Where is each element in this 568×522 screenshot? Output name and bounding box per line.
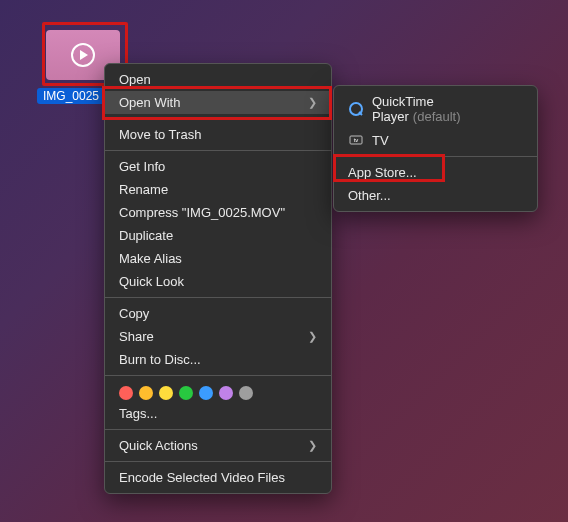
chevron-right-icon: ❯ — [308, 330, 317, 343]
divider — [105, 118, 331, 119]
menu-move-to-trash[interactable]: Move to Trash — [105, 123, 331, 146]
tag-purple[interactable] — [219, 386, 233, 400]
menu-duplicate-label: Duplicate — [119, 228, 173, 243]
menu-get-info[interactable]: Get Info — [105, 155, 331, 178]
divider — [334, 156, 537, 157]
submenu-tv-label: TV — [372, 133, 389, 148]
menu-alias-label: Make Alias — [119, 251, 182, 266]
menu-share[interactable]: Share ❯ — [105, 325, 331, 348]
submenu-app-store[interactable]: App Store... — [334, 161, 537, 184]
menu-encode-label: Encode Selected Video Files — [119, 470, 285, 485]
tag-color-row — [105, 380, 331, 402]
divider — [105, 150, 331, 151]
tag-gray[interactable] — [239, 386, 253, 400]
menu-tags[interactable]: Tags... — [105, 402, 331, 425]
chevron-right-icon: ❯ — [308, 96, 317, 109]
submenu-other[interactable]: Other... — [334, 184, 537, 207]
tag-yellow[interactable] — [159, 386, 173, 400]
menu-duplicate[interactable]: Duplicate — [105, 224, 331, 247]
menu-open[interactable]: Open — [105, 68, 331, 91]
menu-rename[interactable]: Rename — [105, 178, 331, 201]
menu-copy-label: Copy — [119, 306, 149, 321]
menu-open-with-label: Open With — [119, 95, 180, 110]
submenu-quicktime[interactable]: QuickTime Player(default) — [334, 90, 537, 128]
chevron-right-icon: ❯ — [308, 439, 317, 452]
svg-text:tv: tv — [354, 137, 359, 143]
tag-blue[interactable] — [199, 386, 213, 400]
menu-compress[interactable]: Compress "IMG_0025.MOV" — [105, 201, 331, 224]
menu-quick-look[interactable]: Quick Look — [105, 270, 331, 293]
menu-quickactions-label: Quick Actions — [119, 438, 198, 453]
submenu-tv[interactable]: tv TV — [334, 128, 537, 152]
play-icon — [71, 43, 95, 67]
submenu-quicktime-label: QuickTime Player(default) — [372, 94, 523, 124]
quicktime-icon — [348, 101, 364, 117]
open-with-submenu: QuickTime Player(default) tv TV App Stor… — [333, 85, 538, 212]
file-name-label[interactable]: IMG_0025 — [37, 88, 105, 104]
menu-open-with[interactable]: Open With ❯ — [105, 91, 331, 114]
menu-compress-label: Compress "IMG_0025.MOV" — [119, 205, 285, 220]
tv-icon: tv — [348, 132, 364, 148]
menu-trash-label: Move to Trash — [119, 127, 201, 142]
menu-getinfo-label: Get Info — [119, 159, 165, 174]
submenu-other-label: Other... — [348, 188, 391, 203]
tag-green[interactable] — [179, 386, 193, 400]
menu-quick-actions[interactable]: Quick Actions ❯ — [105, 434, 331, 457]
menu-open-label: Open — [119, 72, 151, 87]
submenu-appstore-label: App Store... — [348, 165, 417, 180]
menu-rename-label: Rename — [119, 182, 168, 197]
context-menu: Open Open With ❯ Move to Trash Get Info … — [104, 63, 332, 494]
divider — [105, 375, 331, 376]
divider — [105, 297, 331, 298]
menu-quicklook-label: Quick Look — [119, 274, 184, 289]
divider — [105, 461, 331, 462]
divider — [105, 429, 331, 430]
tag-red[interactable] — [119, 386, 133, 400]
menu-make-alias[interactable]: Make Alias — [105, 247, 331, 270]
menu-share-label: Share — [119, 329, 154, 344]
menu-tags-label: Tags... — [119, 406, 157, 421]
menu-burn-label: Burn to Disc... — [119, 352, 201, 367]
menu-copy[interactable]: Copy — [105, 302, 331, 325]
tag-orange[interactable] — [139, 386, 153, 400]
menu-encode[interactable]: Encode Selected Video Files — [105, 466, 331, 489]
menu-burn-to-disc[interactable]: Burn to Disc... — [105, 348, 331, 371]
